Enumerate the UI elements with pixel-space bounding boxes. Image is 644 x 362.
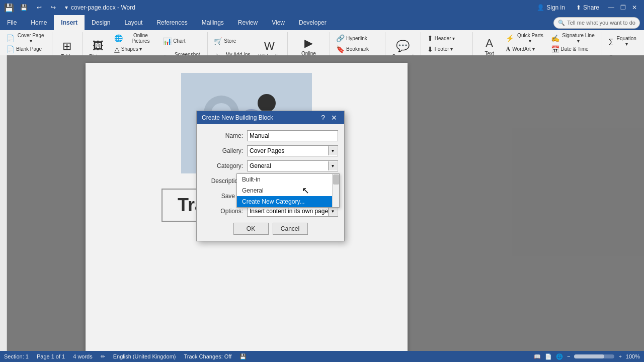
category-select-container: General Built-in Create New Category... … (247, 160, 338, 171)
ok-button[interactable]: OK (233, 223, 269, 235)
category-option-builtin[interactable]: Built-in (237, 174, 339, 185)
category-option-general[interactable]: General (237, 185, 339, 196)
dialog-close-button[interactable]: ✕ (329, 114, 339, 121)
category-label: Category: (203, 162, 243, 169)
dialog-overlay: Create New Building Block ? ✕ Name: Gall… (0, 0, 644, 362)
gallery-select-container: Cover Pages Quick Parts AutoText ▼ (247, 145, 338, 156)
category-row: Category: General Built-in Create New Ca… (203, 160, 338, 171)
name-label: Name: (203, 132, 243, 139)
dropdown-scrollbar[interactable] (332, 174, 339, 207)
gallery-row: Gallery: Cover Pages Quick Parts AutoTex… (203, 145, 338, 156)
name-input[interactable] (247, 130, 338, 141)
dropdown-scroll-thumb (333, 174, 339, 185)
dialog-buttons: OK Cancel (203, 223, 338, 235)
dialog-title: Create New Building Block (202, 114, 273, 121)
cancel-button[interactable]: Cancel (273, 223, 308, 235)
name-row: Name: (203, 130, 338, 141)
options-label: Options: (203, 208, 243, 215)
category-select[interactable]: General Built-in Create New Category... (247, 160, 338, 171)
gallery-label: Gallery: (203, 147, 243, 154)
category-option-create-new[interactable]: Create New Category... (237, 196, 339, 207)
category-dropdown-menu: Built-in General Create New Category... (236, 173, 340, 208)
dialog-help-button[interactable]: ? (319, 114, 327, 121)
gallery-select[interactable]: Cover Pages Quick Parts AutoText (247, 145, 338, 156)
dialog-titlebar: Create New Building Block ? ✕ (197, 111, 344, 124)
